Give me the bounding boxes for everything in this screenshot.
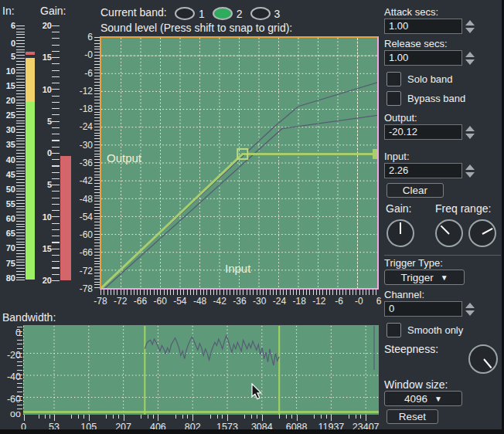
x-tick-label: -66 [134,296,147,307]
freq-minor-tick [217,415,218,419]
band-radio-label: 1 [199,8,205,20]
y-tick-label: -72 [80,266,93,276]
bypass-band-checkbox[interactable] [387,91,401,106]
clear-button[interactable]: Clear [387,183,444,198]
freq-minor-tick [71,415,72,419]
band-radio-1[interactable] [175,7,195,20]
gain-meter-ticks [52,25,60,281]
freq-tick [192,415,193,421]
input-label: Input: [384,151,410,162]
gain-scale-label: 15 [43,53,52,62]
window-size-dropdown[interactable]: 4096 ▼ [384,391,462,406]
band-radio-label: 3 [274,8,281,20]
freq-minor-tick [360,415,361,419]
spin-down-icon[interactable] [465,134,475,139]
sound-level-title: Sound level (Press shift to snap to grid… [100,22,292,34]
attack-spinner[interactable] [465,20,475,33]
spin-down-icon[interactable] [465,310,475,316]
sound-level-graph[interactable]: Output Input [100,36,379,290]
in-scale-label: 25 [6,110,15,120]
multiband-compressor-window: In: Gain: 605101520253035404550556065707… [0,0,504,434]
freq-range-high-knob[interactable] [468,219,496,247]
freq-minor-tick [187,415,188,419]
input-spinner[interactable] [465,164,475,178]
knob-needle [483,358,492,368]
gain-scale-label: 15 [43,244,52,253]
freq-minor-tick [244,415,245,419]
smooth-only-checkbox[interactable] [387,323,401,337]
x-tick-label: -30 [253,296,266,307]
spin-down-icon[interactable] [465,59,475,65]
channel-input[interactable]: 0 [384,301,462,317]
attack-input[interactable]: 1.00 [384,19,462,34]
band-radio-label: 2 [237,8,243,20]
freq-minor-tick [49,415,50,419]
in-scale-label: 55 [6,199,15,209]
freq-minor-tick [78,415,79,419]
in-meter-scale: 605101520253035404550556065707580 [2,0,15,434]
reset-button[interactable]: Reset [387,409,438,424]
spin-up-icon[interactable] [465,20,475,25]
freq-minor-tick [321,415,322,419]
gain-bar [60,156,71,280]
spin-up-icon[interactable] [465,164,475,170]
output-input[interactable]: -20.12 [384,124,462,140]
spin-down-icon[interactable] [465,172,475,178]
trigger-type-dropdown[interactable]: Trigger ▼ [384,270,465,285]
y-tick-label: -54 [80,212,93,222]
in-scale-label: 70 [6,243,15,253]
in-scale-label: 6 [11,21,15,30]
in-bar-loud [26,58,35,102]
freq-minor-tick [314,415,315,419]
chevron-down-icon: ▼ [441,273,448,282]
in-scale-label: 20 [6,96,15,105]
freq-minor-tick [326,415,327,419]
release-spinner[interactable] [465,52,475,65]
input-input[interactable]: 2.26 [384,163,462,178]
bypass-band-label: Bypass band [407,93,465,104]
release-label: Release secs: [384,38,448,49]
freq-minor-tick [106,415,107,419]
x-tick-label: -6 [335,296,343,307]
current-band-radio-group: 123 [175,7,288,20]
freq-range-label: Freq range: [435,202,491,215]
solo-band-checkbox[interactable] [387,72,401,86]
window-edge [0,429,504,434]
bandwidth-graph[interactable] [23,325,379,415]
spin-up-icon[interactable] [465,303,475,308]
freq-minor-tick [251,415,252,419]
freq-tick [89,415,90,421]
freq-minor-tick [113,415,114,419]
freq-minor-tick [222,415,223,419]
gain-knob-label: Gain: [386,202,411,215]
output-axis-label: Output [107,151,141,164]
steepness-label: Steepness: [384,343,438,355]
spin-up-icon[interactable] [465,52,475,57]
freq-minor-tick [349,415,349,419]
output-spinner[interactable] [465,126,475,139]
spin-up-icon[interactable] [465,126,475,131]
x-tick-label: -78 [94,296,107,307]
x-tick-label: -12 [312,296,325,307]
freq-tick [366,415,366,421]
band-radio-3[interactable] [250,7,271,20]
x-tick-label: -18 [292,296,305,307]
freq-range-low-knob[interactable] [435,219,463,247]
x-tick-label: -72 [114,296,127,307]
in-scale-label: 5 [11,52,15,61]
channel-spinner[interactable] [465,303,475,316]
band-radio-2[interactable] [213,7,233,20]
spin-down-icon[interactable] [465,28,475,33]
y-tick-label: 6 [87,32,93,42]
steepness-knob[interactable] [468,344,498,374]
in-scale-label: 10 [6,66,15,76]
bandwidth-y-ticks [17,327,22,412]
freq-minor-tick [83,415,84,419]
release-input[interactable]: 1.00 [384,50,462,66]
y-tick-label: -36 [80,158,93,168]
gain-knob[interactable] [387,219,414,247]
freq-tick [331,415,332,421]
current-band-label: Current band: [100,6,167,19]
solo-band-label: Solo band [407,73,453,85]
trigger-type-label: Trigger Type: [384,257,443,269]
